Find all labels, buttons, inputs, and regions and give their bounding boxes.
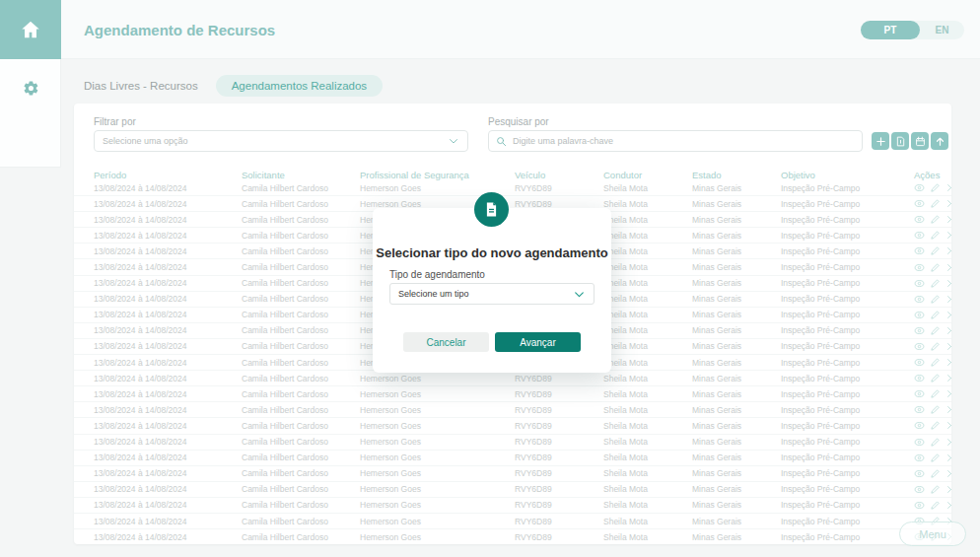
menu-button[interactable]: Menu (899, 522, 966, 546)
close-icon[interactable] (945, 404, 951, 415)
sidebar-item-settings[interactable] (0, 73, 61, 103)
pencil-icon[interactable] (930, 484, 941, 495)
page-title: Agendamento de Recursos (84, 0, 275, 59)
close-icon[interactable] (945, 245, 951, 256)
cancel-button[interactable]: Cancelar (403, 332, 489, 352)
eye-icon[interactable] (914, 198, 925, 209)
export-document-button[interactable] (891, 132, 909, 150)
eye-icon[interactable] (914, 294, 925, 305)
pencil-icon[interactable] (930, 230, 941, 241)
lang-pt-button[interactable]: PT (861, 21, 920, 39)
search-input[interactable] (513, 136, 855, 146)
close-icon[interactable] (945, 294, 951, 305)
table-cell-periodo: 13/08/2024 à 14/08/2024 (94, 294, 242, 304)
modal-type-select[interactable]: Selecione um tipo (389, 283, 595, 305)
tab-agendamentos-realizados[interactable]: Agendamentos Realizados (216, 75, 383, 97)
pencil-icon[interactable] (930, 500, 941, 511)
pencil-icon[interactable] (930, 278, 941, 289)
table-cell-solicitante: Camila Hilbert Cardoso (242, 405, 360, 415)
pencil-icon[interactable] (930, 373, 941, 383)
calendar-button[interactable] (911, 132, 929, 150)
pencil-icon[interactable] (930, 388, 941, 399)
eye-icon[interactable] (914, 341, 925, 352)
eye-icon[interactable] (914, 278, 925, 289)
pencil-icon[interactable] (930, 310, 941, 320)
close-icon[interactable] (945, 357, 951, 368)
pencil-icon[interactable] (930, 262, 941, 273)
table-cell-objetivo: Inspeção Pré-Campo (781, 341, 914, 351)
pencil-icon[interactable] (930, 468, 941, 479)
pencil-icon[interactable] (930, 294, 941, 305)
table-cell-objetivo: Inspeção Pré-Campo (781, 437, 914, 447)
close-icon[interactable] (945, 262, 951, 273)
table-cell-estado: Minas Gerais (692, 453, 781, 462)
table-cell-solicitante: Camila Hilbert Cardoso (242, 325, 360, 335)
close-icon[interactable] (945, 325, 951, 336)
close-icon[interactable] (945, 230, 951, 241)
close-icon[interactable] (945, 500, 951, 511)
add-button[interactable] (872, 132, 889, 150)
chevron-down-icon (573, 288, 586, 301)
pencil-icon[interactable] (930, 404, 941, 415)
table-cell-condutor: Sheila Mota (603, 341, 692, 351)
next-button[interactable]: Avançar (495, 332, 581, 352)
pencil-icon[interactable] (930, 437, 941, 448)
pencil-icon[interactable] (930, 453, 941, 463)
eye-icon[interactable] (914, 357, 925, 368)
close-icon[interactable] (945, 484, 951, 495)
app-window: Agendamento de Recursos PT EN Dias Livre… (0, 0, 980, 557)
close-icon[interactable] (945, 388, 951, 399)
eye-icon[interactable] (914, 325, 925, 336)
eye-icon[interactable] (914, 468, 925, 479)
close-icon[interactable] (945, 453, 951, 463)
sidebar-item-home[interactable] (0, 0, 61, 59)
pencil-icon[interactable] (930, 214, 941, 225)
filter-select[interactable]: Selecione uma opção (94, 130, 468, 152)
close-icon[interactable] (945, 310, 951, 320)
close-icon[interactable] (945, 437, 951, 448)
eye-icon[interactable] (914, 500, 925, 511)
eye-icon[interactable] (914, 453, 925, 463)
close-icon[interactable] (945, 468, 951, 479)
table-cell-objetivo: Inspeção Pré-Campo (781, 532, 914, 542)
table-cell-objetivo: Inspeção Pré-Campo (781, 484, 914, 494)
eye-icon[interactable] (914, 373, 925, 383)
eye-icon[interactable] (914, 484, 925, 495)
close-icon[interactable] (945, 341, 951, 352)
table-cell-profissional: Hemerson Goes (360, 500, 515, 510)
close-icon[interactable] (945, 373, 951, 383)
eye-icon[interactable] (914, 420, 925, 431)
table-cell-veiculo: RVY6D89 (515, 532, 603, 542)
table-cell-solicitante: Camila Hilbert Cardoso (242, 278, 360, 288)
pencil-icon[interactable] (930, 325, 941, 336)
close-icon[interactable] (945, 420, 951, 431)
eye-icon[interactable] (914, 214, 925, 225)
eye-icon[interactable] (914, 262, 925, 273)
tab-dias-livres[interactable]: Dias Livres - Recursos (84, 80, 198, 92)
table-cell-solicitante: Camila Hilbert Cardoso (242, 246, 360, 256)
row-actions (914, 453, 951, 463)
eye-icon[interactable] (914, 230, 925, 241)
eye-icon[interactable] (914, 245, 925, 256)
close-icon[interactable] (945, 278, 951, 289)
pencil-icon[interactable] (930, 198, 941, 209)
lang-en-button[interactable]: EN (920, 25, 964, 35)
eye-icon[interactable] (914, 404, 925, 415)
close-icon[interactable] (945, 182, 951, 193)
pencil-icon[interactable] (930, 182, 941, 193)
table-cell-periodo: 13/08/2024 à 14/08/2024 (94, 421, 242, 431)
pencil-icon[interactable] (930, 245, 941, 256)
new-schedule-modal: Selecionar tipo do novo agendamento Tipo… (373, 208, 611, 373)
pencil-icon[interactable] (930, 420, 941, 431)
pencil-icon[interactable] (930, 341, 941, 352)
close-icon[interactable] (945, 198, 951, 209)
upload-button[interactable] (931, 132, 948, 150)
pencil-icon[interactable] (930, 357, 941, 368)
close-icon[interactable] (945, 214, 951, 225)
table-cell-objetivo: Inspeção Pré-Campo (781, 468, 914, 478)
eye-icon[interactable] (914, 182, 925, 193)
eye-icon[interactable] (914, 437, 925, 448)
table-cell-periodo: 13/08/2024 à 14/08/2024 (94, 500, 242, 510)
eye-icon[interactable] (914, 310, 925, 320)
eye-icon[interactable] (914, 388, 925, 399)
